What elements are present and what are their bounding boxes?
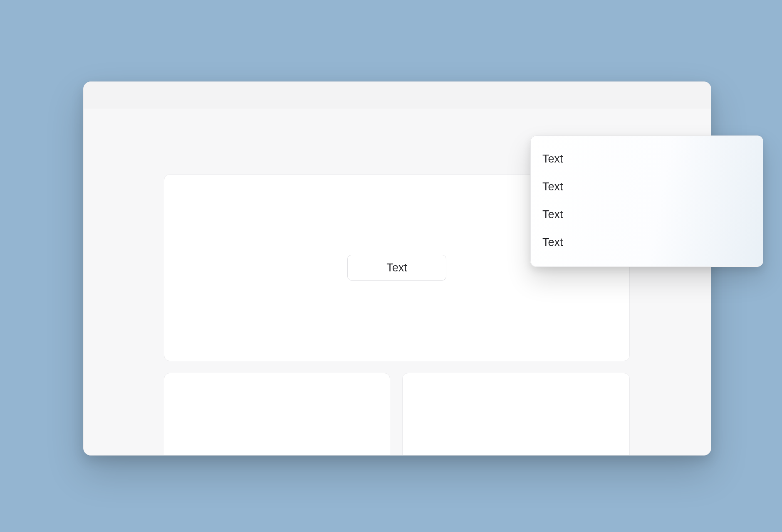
window-titlebar — [84, 82, 711, 109]
sub-card-right — [402, 373, 630, 456]
text-button[interactable]: Text — [347, 255, 446, 281]
sub-card-left — [164, 373, 390, 456]
popover-item-1[interactable]: Text — [542, 173, 751, 201]
popover-item-0[interactable]: Text — [542, 145, 751, 173]
dropdown-popover: Text Text Text Text — [530, 135, 763, 267]
popover-item-3[interactable]: Text — [542, 229, 751, 256]
popover-item-2[interactable]: Text — [542, 201, 751, 229]
